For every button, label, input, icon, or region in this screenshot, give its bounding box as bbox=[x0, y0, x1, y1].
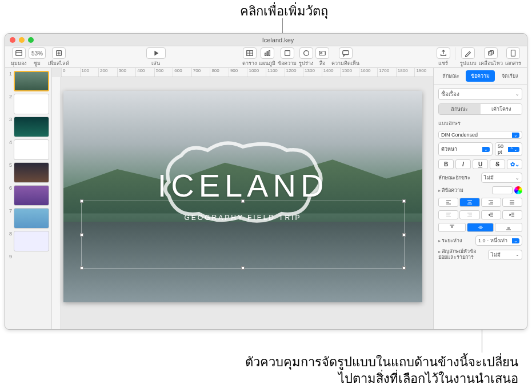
slide[interactable]: ICELAND GEOGRAPHY FIELD TRIP bbox=[63, 91, 422, 302]
slide-thumb-1[interactable]: 1 bbox=[7, 71, 49, 91]
indent-group bbox=[438, 210, 522, 219]
typeface-select[interactable]: ตัวหนา⌄ bbox=[438, 142, 493, 156]
svg-rect-10 bbox=[267, 51, 268, 55]
resize-handle[interactable] bbox=[80, 199, 83, 203]
resize-handle[interactable] bbox=[402, 233, 406, 237]
close-window-button[interactable] bbox=[10, 37, 15, 43]
valign-top-button[interactable] bbox=[438, 223, 466, 232]
tab-text[interactable]: ข้อความ bbox=[466, 70, 495, 82]
resize-handle[interactable] bbox=[402, 199, 406, 203]
align-left-button[interactable] bbox=[438, 198, 458, 207]
align-natural-button[interactable] bbox=[459, 210, 479, 219]
thumbnail bbox=[14, 231, 49, 251]
thumbnail bbox=[14, 162, 49, 183]
resize-handle[interactable] bbox=[241, 266, 245, 270]
view-label: มุมมอง bbox=[11, 59, 26, 67]
char-style-select[interactable]: ไม่มี⌄ bbox=[481, 173, 522, 183]
slide-navigator[interactable]: 1 2 3 4 5 6 7 8 9 bbox=[5, 68, 52, 329]
text-color-swatch[interactable] bbox=[492, 186, 513, 194]
slide-thumb-7[interactable]: 7 bbox=[7, 208, 49, 229]
resize-handle[interactable] bbox=[241, 199, 245, 203]
font-label: แบบอักษร bbox=[438, 119, 522, 127]
slide-canvas[interactable]: 0100200300400500600700800900100011001200… bbox=[52, 68, 433, 329]
bold-button[interactable]: B bbox=[438, 159, 454, 169]
zoom-window-button[interactable] bbox=[28, 37, 34, 43]
titlebar: Iceland.key bbox=[5, 34, 527, 46]
resize-handle[interactable] bbox=[402, 266, 406, 270]
horizontal-ruler: 0100200300400500600700800900100011001200… bbox=[61, 68, 433, 77]
table-button[interactable] bbox=[243, 47, 257, 59]
chart-button[interactable] bbox=[261, 47, 274, 59]
thumbnail bbox=[14, 94, 49, 114]
animate-button[interactable] bbox=[484, 47, 498, 59]
selection-box[interactable] bbox=[81, 201, 404, 268]
share-button[interactable] bbox=[437, 47, 450, 59]
resize-handle[interactable] bbox=[80, 266, 83, 270]
callout-line bbox=[282, 18, 283, 33]
svg-point-15 bbox=[321, 53, 322, 54]
align-justify-button[interactable] bbox=[502, 198, 522, 207]
bullets-label: ▸สัญลักษณ์หัวข้อย่อยและรายการ bbox=[438, 249, 484, 261]
strike-button[interactable]: S bbox=[490, 159, 505, 169]
minimize-window-button[interactable] bbox=[19, 37, 25, 43]
color-wheel-button[interactable] bbox=[514, 186, 522, 194]
comment-button[interactable] bbox=[339, 47, 353, 59]
format-inspector: ลักษณะ ข้อความ จัดเรียง ชื่อเรื่อง⌄ ลักษ… bbox=[433, 68, 527, 329]
font-family-select[interactable]: DIN Condensed⌄ bbox=[438, 131, 522, 139]
table-label: ตาราง bbox=[242, 59, 257, 67]
slide-thumb-5[interactable]: 5 bbox=[7, 162, 49, 183]
indent-button[interactable] bbox=[502, 210, 522, 219]
media-button[interactable] bbox=[315, 47, 329, 59]
slide-thumb-8[interactable]: 8 bbox=[7, 231, 49, 251]
window-controls bbox=[10, 37, 34, 43]
valign-bottom-button[interactable] bbox=[495, 223, 522, 232]
slide-thumb-3[interactable]: 3 bbox=[7, 117, 49, 137]
comment-label: ความคิดเห็น bbox=[331, 59, 359, 67]
slide-title[interactable]: ICELAND bbox=[63, 167, 422, 204]
vertical-ruler bbox=[52, 77, 61, 329]
outdent-button[interactable] bbox=[481, 210, 501, 219]
style-layout-segment[interactable]: ลักษณะ เค้าโครง bbox=[438, 103, 522, 115]
shape-label: รูปร่าง bbox=[299, 59, 313, 67]
valign-middle-button[interactable] bbox=[467, 223, 494, 232]
bullets-select[interactable]: ไม่มี⌄ bbox=[488, 250, 522, 260]
slide-thumb-6[interactable]: 6 bbox=[7, 185, 49, 206]
add-slide-button[interactable] bbox=[52, 47, 66, 59]
tab-arrange[interactable]: จัดเรียง bbox=[495, 70, 525, 82]
play-button[interactable] bbox=[146, 47, 166, 59]
format-button[interactable] bbox=[461, 47, 475, 59]
font-size-stepper[interactable]: 50 pt⌃⌄ bbox=[495, 142, 522, 156]
spacing-select[interactable]: 1.0 - หนึ่งเท่า⌄ bbox=[475, 235, 522, 246]
seg-style[interactable]: ลักษณะ bbox=[439, 104, 481, 114]
svg-point-13 bbox=[303, 51, 309, 56]
underline-button[interactable]: U bbox=[473, 159, 488, 169]
svg-rect-11 bbox=[269, 51, 270, 56]
resize-handle[interactable] bbox=[80, 233, 83, 237]
thumbnail bbox=[14, 185, 49, 206]
shape-button[interactable] bbox=[299, 47, 313, 59]
slide-thumb-2[interactable]: 2 bbox=[7, 94, 49, 114]
italic-button[interactable]: I bbox=[455, 159, 471, 169]
view-button[interactable] bbox=[12, 47, 26, 59]
align-auto-button[interactable] bbox=[438, 210, 458, 219]
align-center-button[interactable] bbox=[459, 198, 479, 207]
align-right-button[interactable] bbox=[481, 198, 501, 207]
zoom-select[interactable]: 53% bbox=[29, 47, 46, 59]
text-color-label: ▸สีข้อความ bbox=[438, 186, 463, 194]
document-button[interactable] bbox=[506, 47, 520, 59]
slide-thumb-4[interactable]: 4 bbox=[7, 139, 49, 160]
svg-marker-5 bbox=[154, 51, 158, 56]
text-button[interactable] bbox=[281, 47, 294, 59]
text-label: ข้อความ bbox=[278, 59, 297, 67]
slide-thumb-9[interactable]: 9 bbox=[7, 254, 49, 259]
paragraph-style-select[interactable]: ชื่อเรื่อง⌄ bbox=[438, 88, 522, 100]
svg-rect-0 bbox=[15, 51, 22, 56]
h-align-group bbox=[438, 198, 522, 207]
v-align-group bbox=[438, 223, 522, 232]
svg-rect-9 bbox=[265, 53, 266, 55]
thumbnail bbox=[14, 71, 49, 91]
tab-style[interactable]: ลักษณะ bbox=[436, 70, 466, 82]
seg-layout[interactable]: เค้าโครง bbox=[481, 104, 522, 114]
char-style-gear-button[interactable]: ✿⌄ bbox=[507, 159, 522, 169]
add-slide-label: เพิ่มสไลด์ bbox=[48, 59, 69, 67]
